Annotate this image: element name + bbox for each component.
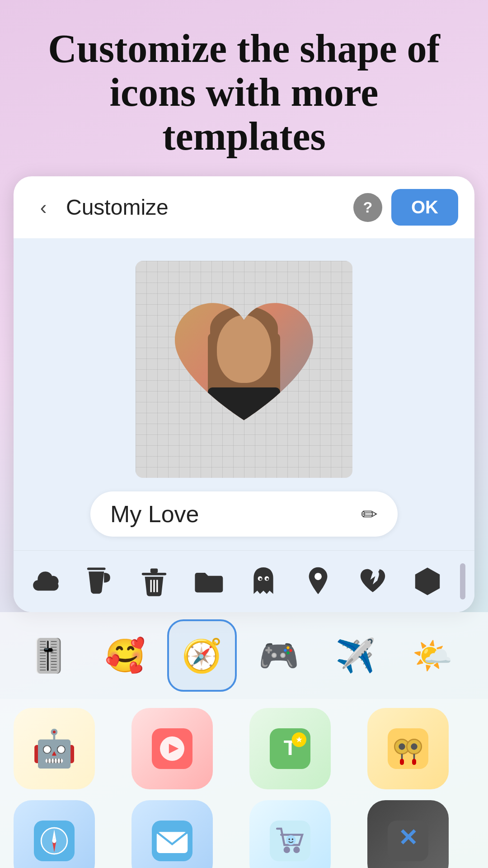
app-flighty[interactable]: ✈️	[321, 619, 390, 692]
icons-toolbar	[14, 550, 474, 612]
grid-icon-cart[interactable]	[249, 800, 331, 868]
svg-point-9	[266, 578, 268, 580]
grid-icon-exchange[interactable]: ✕	[367, 800, 449, 868]
app-weather[interactable]: 🌤️	[398, 619, 467, 692]
location-icon[interactable]	[296, 563, 340, 599]
preview-area: My Love ✏	[14, 238, 474, 550]
customize-header: ‹ Customize ? OK	[14, 176, 474, 238]
app-equalizer[interactable]: 🎚️	[14, 619, 83, 692]
coffee-icon[interactable]	[77, 563, 121, 599]
label-bar: My Love ✏	[90, 491, 398, 537]
grid-icon-video[interactable]	[131, 708, 213, 789]
svg-marker-11	[415, 568, 440, 595]
svg-point-39	[293, 847, 300, 853]
svg-point-24	[411, 744, 417, 750]
app-emoji-faces[interactable]: 🥰	[90, 619, 160, 692]
hexagon-icon[interactable]	[405, 563, 449, 599]
customize-title: Customize	[66, 195, 344, 220]
grid-icon-compass2[interactable]	[14, 800, 95, 868]
back-button[interactable]: ‹	[30, 194, 57, 221]
svg-point-23	[399, 744, 405, 750]
trash-icon[interactable]	[132, 563, 176, 599]
svg-point-38	[284, 847, 290, 853]
svg-rect-27	[400, 759, 404, 765]
app-grid: 🤖 T ★	[0, 699, 488, 868]
svg-rect-28	[412, 759, 416, 765]
app-row: 🎚️ 🥰 🧭 🎮 ✈️ 🌤️	[0, 612, 488, 699]
svg-point-40	[286, 835, 296, 845]
svg-point-34	[52, 839, 56, 843]
svg-rect-1	[141, 573, 166, 575]
hero-section: Customize the shape of icons with more t…	[0, 0, 488, 176]
folder-icon[interactable]	[187, 563, 230, 599]
app-compass[interactable]: 🧭	[167, 619, 237, 692]
svg-text:✕: ✕	[398, 825, 418, 851]
svg-point-8	[259, 578, 262, 580]
svg-rect-0	[87, 568, 105, 570]
heart-image	[167, 297, 321, 442]
heart-photo	[167, 297, 321, 442]
ghost-icon[interactable]	[241, 563, 285, 599]
svg-rect-2	[150, 569, 157, 573]
face	[217, 315, 271, 383]
person-silhouette	[194, 306, 294, 433]
grid-icon-robot[interactable]: 🤖	[14, 708, 95, 789]
svg-point-10	[314, 573, 322, 580]
edit-button[interactable]: ✏	[361, 503, 378, 526]
grid-icon-mail[interactable]	[131, 800, 213, 868]
customize-card: ‹ Customize ? OK	[14, 176, 474, 612]
grid-icon-earbuds[interactable]	[367, 708, 449, 789]
scroll-hint	[460, 563, 465, 599]
cloud-icon[interactable]	[23, 563, 66, 599]
grid-icon-textedit[interactable]: T ★	[249, 708, 331, 789]
svg-text:★: ★	[296, 735, 303, 744]
svg-point-41	[288, 839, 290, 840]
broken-heart-icon[interactable]	[351, 563, 394, 599]
hero-title: Customize the shape of icons with more t…	[27, 27, 461, 158]
preview-canvas	[136, 261, 352, 478]
label-text: My Love	[110, 500, 199, 528]
ok-button[interactable]: OK	[391, 189, 458, 226]
app-gamepad[interactable]: 🎮	[244, 619, 314, 692]
body	[208, 387, 280, 433]
help-button[interactable]: ?	[353, 193, 382, 222]
svg-point-42	[292, 839, 294, 840]
